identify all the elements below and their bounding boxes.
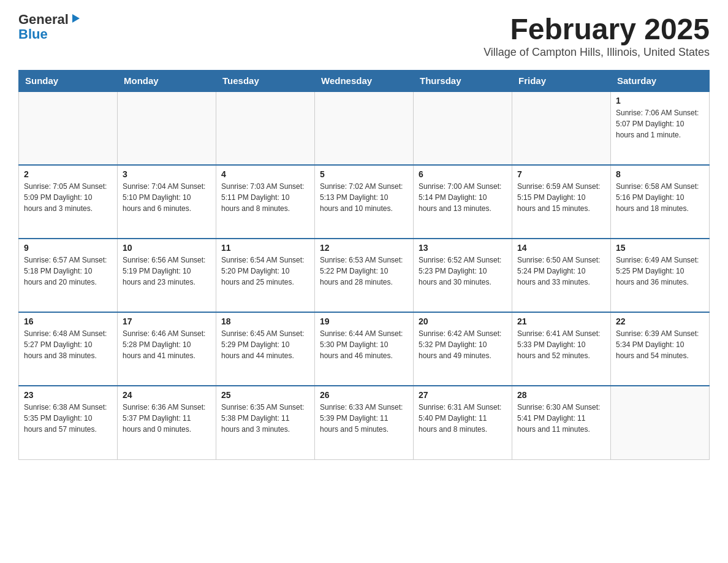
day-number: 26 xyxy=(320,390,408,400)
day-number: 21 xyxy=(517,316,605,326)
day-number: 5 xyxy=(320,169,408,179)
day-number: 22 xyxy=(616,316,704,326)
day-info: Sunrise: 6:58 AM Sunset: 5:16 PM Dayligh… xyxy=(616,181,704,214)
day-number: 8 xyxy=(616,169,704,179)
day-info: Sunrise: 6:35 AM Sunset: 5:38 PM Dayligh… xyxy=(221,402,309,435)
day-number: 15 xyxy=(616,243,704,253)
calendar-cell: 3Sunrise: 7:04 AM Sunset: 5:10 PM Daylig… xyxy=(118,165,216,239)
weekday-header-sunday: Sunday xyxy=(19,71,118,92)
calendar-cell: 15Sunrise: 6:49 AM Sunset: 5:25 PM Dayli… xyxy=(611,239,710,312)
calendar-cell xyxy=(19,91,118,165)
day-number: 7 xyxy=(517,169,605,179)
weekday-header-thursday: Thursday xyxy=(414,71,512,92)
day-number: 23 xyxy=(24,390,112,400)
calendar-cell: 28Sunrise: 6:30 AM Sunset: 5:41 PM Dayli… xyxy=(512,386,611,459)
calendar-cell: 25Sunrise: 6:35 AM Sunset: 5:38 PM Dayli… xyxy=(216,386,315,459)
logo-arrow-icon xyxy=(70,13,81,24)
day-number: 1 xyxy=(616,96,704,105)
day-info: Sunrise: 7:02 AM Sunset: 5:13 PM Dayligh… xyxy=(320,181,408,214)
day-info: Sunrise: 7:06 AM Sunset: 5:07 PM Dayligh… xyxy=(616,107,704,140)
day-info: Sunrise: 7:05 AM Sunset: 5:09 PM Dayligh… xyxy=(24,181,112,214)
calendar-cell: 4Sunrise: 7:03 AM Sunset: 5:11 PM Daylig… xyxy=(216,165,315,239)
calendar-cell: 7Sunrise: 6:59 AM Sunset: 5:15 PM Daylig… xyxy=(512,165,611,239)
day-info: Sunrise: 6:46 AM Sunset: 5:28 PM Dayligh… xyxy=(123,328,211,361)
calendar-week-row: 9Sunrise: 6:57 AM Sunset: 5:18 PM Daylig… xyxy=(19,239,710,312)
day-number: 28 xyxy=(517,390,605,400)
day-info: Sunrise: 7:00 AM Sunset: 5:14 PM Dayligh… xyxy=(419,181,507,214)
calendar-cell: 16Sunrise: 6:48 AM Sunset: 5:27 PM Dayli… xyxy=(19,312,118,386)
weekday-header-saturday: Saturday xyxy=(611,71,710,92)
day-number: 6 xyxy=(419,169,507,179)
calendar-cell xyxy=(611,386,710,459)
day-info: Sunrise: 6:57 AM Sunset: 5:18 PM Dayligh… xyxy=(24,255,112,288)
day-info: Sunrise: 6:30 AM Sunset: 5:41 PM Dayligh… xyxy=(517,402,605,435)
calendar-cell: 13Sunrise: 6:52 AM Sunset: 5:23 PM Dayli… xyxy=(414,239,512,312)
logo-general-text: General xyxy=(18,12,69,27)
weekday-header-wednesday: Wednesday xyxy=(315,71,414,92)
logo: General Blue xyxy=(18,12,81,42)
day-info: Sunrise: 6:48 AM Sunset: 5:27 PM Dayligh… xyxy=(24,328,112,361)
calendar-cell: 10Sunrise: 6:56 AM Sunset: 5:19 PM Dayli… xyxy=(118,239,216,312)
day-info: Sunrise: 6:38 AM Sunset: 5:35 PM Dayligh… xyxy=(24,402,112,435)
calendar-cell: 5Sunrise: 7:02 AM Sunset: 5:13 PM Daylig… xyxy=(315,165,414,239)
day-number: 27 xyxy=(419,390,507,400)
day-info: Sunrise: 6:42 AM Sunset: 5:32 PM Dayligh… xyxy=(419,328,507,361)
page-header: General Blue February 2025 Village of Ca… xyxy=(18,12,710,66)
calendar-week-row: 23Sunrise: 6:38 AM Sunset: 5:35 PM Dayli… xyxy=(19,386,710,459)
day-info: Sunrise: 7:04 AM Sunset: 5:10 PM Dayligh… xyxy=(123,181,211,214)
day-number: 24 xyxy=(123,390,211,400)
day-number: 19 xyxy=(320,316,408,326)
calendar-cell: 26Sunrise: 6:33 AM Sunset: 5:39 PM Dayli… xyxy=(315,386,414,459)
calendar-cell: 27Sunrise: 6:31 AM Sunset: 5:40 PM Dayli… xyxy=(414,386,512,459)
calendar-cell: 9Sunrise: 6:57 AM Sunset: 5:18 PM Daylig… xyxy=(19,239,118,312)
calendar-cell: 2Sunrise: 7:05 AM Sunset: 5:09 PM Daylig… xyxy=(19,165,118,239)
subtitle: Village of Campton Hills, Illinois, Unit… xyxy=(483,46,710,59)
day-number: 9 xyxy=(24,243,112,253)
calendar-week-row: 2Sunrise: 7:05 AM Sunset: 5:09 PM Daylig… xyxy=(19,165,710,239)
calendar-week-row: 16Sunrise: 6:48 AM Sunset: 5:27 PM Dayli… xyxy=(19,312,710,386)
calendar-cell xyxy=(414,91,512,165)
day-info: Sunrise: 6:50 AM Sunset: 5:24 PM Dayligh… xyxy=(517,255,605,288)
day-number: 14 xyxy=(517,243,605,253)
calendar-table: SundayMondayTuesdayWednesdayThursdayFrid… xyxy=(18,70,710,460)
weekday-header-tuesday: Tuesday xyxy=(216,71,315,92)
calendar-cell xyxy=(512,91,611,165)
day-info: Sunrise: 6:33 AM Sunset: 5:39 PM Dayligh… xyxy=(320,402,408,435)
title-block: February 2025 Village of Campton Hills, … xyxy=(483,12,710,66)
day-info: Sunrise: 6:36 AM Sunset: 5:37 PM Dayligh… xyxy=(123,402,211,435)
day-number: 11 xyxy=(221,243,309,253)
day-number: 16 xyxy=(24,316,112,326)
calendar-cell: 19Sunrise: 6:44 AM Sunset: 5:30 PM Dayli… xyxy=(315,312,414,386)
calendar-cell: 1Sunrise: 7:06 AM Sunset: 5:07 PM Daylig… xyxy=(611,91,710,165)
day-info: Sunrise: 6:52 AM Sunset: 5:23 PM Dayligh… xyxy=(419,255,507,288)
weekday-header-friday: Friday xyxy=(512,71,611,92)
day-info: Sunrise: 6:39 AM Sunset: 5:34 PM Dayligh… xyxy=(616,328,704,361)
calendar-cell: 22Sunrise: 6:39 AM Sunset: 5:34 PM Dayli… xyxy=(611,312,710,386)
weekday-header-monday: Monday xyxy=(118,71,216,92)
day-number: 25 xyxy=(221,390,309,400)
logo-blue-text: Blue xyxy=(18,27,48,42)
day-info: Sunrise: 6:54 AM Sunset: 5:20 PM Dayligh… xyxy=(221,255,309,288)
calendar-cell xyxy=(216,91,315,165)
calendar-cell xyxy=(118,91,216,165)
day-number: 17 xyxy=(123,316,211,326)
calendar-cell: 18Sunrise: 6:45 AM Sunset: 5:29 PM Dayli… xyxy=(216,312,315,386)
day-info: Sunrise: 6:53 AM Sunset: 5:22 PM Dayligh… xyxy=(320,255,408,288)
calendar-cell: 8Sunrise: 6:58 AM Sunset: 5:16 PM Daylig… xyxy=(611,165,710,239)
day-number: 10 xyxy=(123,243,211,253)
calendar-cell: 24Sunrise: 6:36 AM Sunset: 5:37 PM Dayli… xyxy=(118,386,216,459)
calendar-week-row: 1Sunrise: 7:06 AM Sunset: 5:07 PM Daylig… xyxy=(19,91,710,165)
calendar-cell: 11Sunrise: 6:54 AM Sunset: 5:20 PM Dayli… xyxy=(216,239,315,312)
day-info: Sunrise: 7:03 AM Sunset: 5:11 PM Dayligh… xyxy=(221,181,309,214)
day-number: 20 xyxy=(419,316,507,326)
month-title: February 2025 xyxy=(483,12,710,46)
calendar-cell: 12Sunrise: 6:53 AM Sunset: 5:22 PM Dayli… xyxy=(315,239,414,312)
svg-marker-0 xyxy=(72,14,80,23)
day-info: Sunrise: 6:49 AM Sunset: 5:25 PM Dayligh… xyxy=(616,255,704,288)
day-number: 4 xyxy=(221,169,309,179)
day-number: 2 xyxy=(24,169,112,179)
day-info: Sunrise: 6:44 AM Sunset: 5:30 PM Dayligh… xyxy=(320,328,408,361)
calendar-cell: 17Sunrise: 6:46 AM Sunset: 5:28 PM Dayli… xyxy=(118,312,216,386)
day-info: Sunrise: 6:45 AM Sunset: 5:29 PM Dayligh… xyxy=(221,328,309,361)
day-info: Sunrise: 6:41 AM Sunset: 5:33 PM Dayligh… xyxy=(517,328,605,361)
